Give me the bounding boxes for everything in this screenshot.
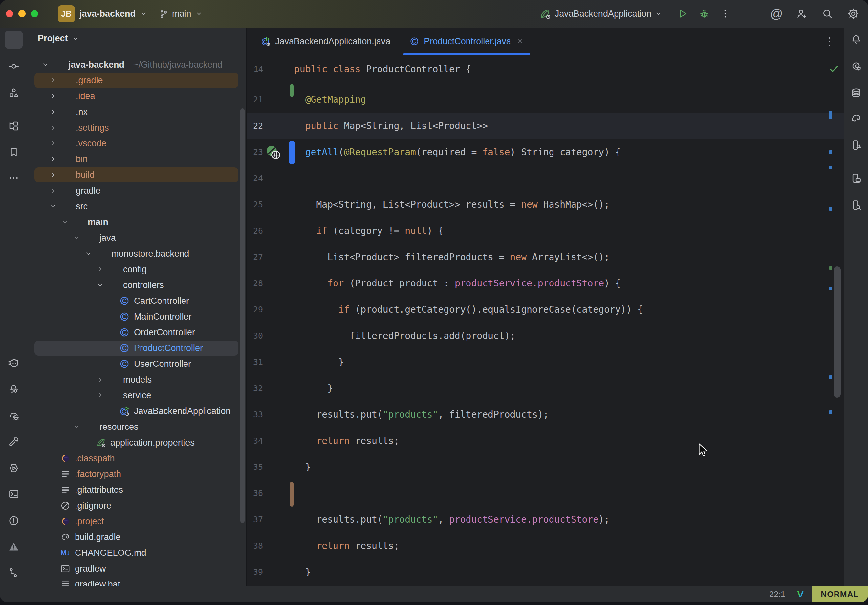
- chevron-collapsed-icon[interactable]: [49, 171, 57, 179]
- error-stripe-tick[interactable]: [829, 207, 832, 210]
- tree-item--project[interactable]: .project: [28, 514, 246, 529]
- tab-javabackendapplication-java[interactable]: JavaBackendApplication.java: [255, 28, 396, 55]
- request-mapping-icon[interactable]: [266, 145, 281, 160]
- chevron-expanded-icon[interactable]: [73, 423, 81, 431]
- minimize-window-button[interactable]: [19, 10, 26, 17]
- line-number[interactable]: 31: [246, 349, 263, 375]
- tree-item-build-gradle[interactable]: build.gradle: [28, 529, 246, 545]
- line-number[interactable]: 33: [246, 402, 263, 428]
- tree-item-cartcontroller[interactable]: CartController: [28, 293, 246, 309]
- tree-item-config[interactable]: config: [28, 261, 246, 277]
- tree-item--gradle[interactable]: .gradle: [28, 73, 246, 88]
- search-icon[interactable]: [822, 8, 833, 20]
- chevron-collapsed-icon[interactable]: [49, 139, 57, 147]
- error-stripe-tick[interactable]: [829, 166, 832, 169]
- line-number[interactable]: 38: [246, 533, 263, 559]
- error-stripe-tick[interactable]: [829, 266, 832, 270]
- ai-assistant-icon[interactable]: @: [770, 7, 781, 21]
- sidebar-item-structure[interactable]: [5, 84, 23, 102]
- add-user-icon[interactable]: [796, 8, 808, 20]
- tree-item-java[interactable]: java: [28, 230, 246, 246]
- line-number[interactable]: 36: [246, 480, 263, 507]
- tree-item-javabackendapplication[interactable]: JavaBackendApplication: [28, 403, 246, 419]
- chevron-collapsed-icon[interactable]: [49, 76, 57, 84]
- close-icon[interactable]: [516, 37, 524, 46]
- git-modified-marker[interactable]: [290, 482, 294, 507]
- tree-item-productcontroller[interactable]: ProductController: [28, 340, 246, 356]
- sidebar-item-database[interactable]: [847, 84, 865, 102]
- sidebar-item-services[interactable]: [5, 459, 23, 477]
- chevron-collapsed-icon[interactable]: [96, 391, 104, 399]
- tree-item--gitignore[interactable]: .gitignore: [28, 498, 246, 514]
- ideavim-icon[interactable]: V: [797, 589, 804, 600]
- run-configuration[interactable]: JavaBackendApplication: [555, 9, 651, 19]
- line-number[interactable]: 24: [246, 166, 263, 192]
- sidebar-item-build[interactable]: [5, 433, 23, 451]
- sidebar-item-copilot[interactable]: [5, 354, 23, 373]
- settings-gear-icon[interactable]: [847, 8, 859, 20]
- sidebar-item-incognito[interactable]: [5, 380, 23, 398]
- line-number[interactable]: 34: [246, 428, 263, 454]
- line-number[interactable]: 22: [246, 113, 263, 139]
- editor-options-kebab-icon[interactable]: ⋮: [824, 35, 835, 48]
- sidebar-item-more-tool-windows[interactable]: [5, 169, 23, 187]
- tree-item--nx[interactable]: .nx: [28, 104, 246, 120]
- sidebar-item-version-control[interactable]: [5, 563, 23, 582]
- tree-item-main[interactable]: main: [28, 214, 246, 230]
- chevron-collapsed-icon[interactable]: [96, 376, 104, 384]
- error-stripe-tick[interactable]: [829, 111, 832, 119]
- tree-item-usercontroller[interactable]: UserController: [28, 356, 246, 372]
- error-stripe-tick[interactable]: [829, 375, 832, 379]
- line-number[interactable]: 27: [246, 244, 263, 270]
- line-number[interactable]: 21: [246, 87, 263, 113]
- line-number[interactable]: 26: [246, 218, 263, 244]
- tree-item-java-backend[interactable]: java-backend~/Github/java-backend: [28, 57, 246, 73]
- tree-item-bin[interactable]: bin: [28, 151, 246, 167]
- chevron-collapsed-icon[interactable]: [49, 108, 57, 116]
- sidebar-item-gradle[interactable]: [847, 109, 865, 128]
- chevron-collapsed-icon[interactable]: [49, 187, 57, 195]
- tree-item-changelog-md[interactable]: M↓CHANGELOG.md: [28, 545, 246, 561]
- sidebar-item-ai-assistant[interactable]: [847, 57, 865, 76]
- line-number[interactable]: 28: [246, 270, 263, 297]
- tree-item-gradlew[interactable]: gradlew: [28, 561, 246, 576]
- chevron-collapsed-icon[interactable]: [49, 155, 57, 163]
- tree-item-maincontroller[interactable]: MainController: [28, 309, 246, 325]
- error-stripe-tick[interactable]: [829, 150, 832, 154]
- sidebar-item-profiler[interactable]: [5, 407, 23, 425]
- chevron-expanded-icon[interactable]: [96, 281, 104, 289]
- caret-position[interactable]: 22:1: [769, 586, 785, 602]
- tree-item-application-properties[interactable]: application.properties: [28, 435, 246, 450]
- line-number[interactable]: 37: [246, 507, 263, 533]
- line-number[interactable]: 29: [246, 297, 263, 323]
- sidebar-item-running-devices[interactable]: [847, 169, 865, 187]
- chevron-expanded-icon[interactable]: [84, 250, 92, 258]
- chevron-collapsed-icon[interactable]: [96, 265, 104, 273]
- git-added-marker[interactable]: [290, 84, 294, 97]
- inspections-ok-icon[interactable]: [828, 63, 839, 74]
- tree-item--gitattributes[interactable]: .gitattributes: [28, 482, 246, 498]
- sidebar-item-commit[interactable]: [5, 57, 23, 76]
- sidebar-item-warnings[interactable]: [5, 537, 23, 556]
- tree-item-monostore-backend[interactable]: monostore.backend: [28, 246, 246, 261]
- tree-item-build[interactable]: build: [28, 167, 246, 183]
- chevron-expanded-icon[interactable]: [49, 203, 57, 210]
- tab-productcontroller-java[interactable]: ProductController.java: [403, 28, 530, 55]
- sidebar-item-problems[interactable]: [5, 512, 23, 530]
- sidebar-item-device-explorer[interactable]: [847, 196, 865, 214]
- chevron-collapsed-icon[interactable]: [49, 92, 57, 100]
- close-window-button[interactable]: [6, 10, 13, 17]
- sidebar-item-project[interactable]: [5, 31, 23, 49]
- editor-scrollbar[interactable]: [834, 266, 841, 398]
- run-icon[interactable]: [677, 8, 688, 19]
- tree-item--settings[interactable]: .settings: [28, 120, 246, 136]
- sidebar-item-hierarchy[interactable]: [5, 117, 23, 135]
- line-number[interactable]: 39: [246, 559, 263, 585]
- code-viewport[interactable]: 21 @GetMapping22 public Map<String, List…: [246, 83, 844, 586]
- chevron-expanded-icon[interactable]: [73, 234, 81, 242]
- tree-item-ordercontroller[interactable]: OrderController: [28, 325, 246, 340]
- sidebar-item-notifications[interactable]: [847, 31, 865, 49]
- tree-item-src[interactable]: src: [28, 198, 246, 214]
- project-widget[interactable]: java-backend: [79, 0, 148, 28]
- project-tree-scrollbar[interactable]: [240, 108, 245, 523]
